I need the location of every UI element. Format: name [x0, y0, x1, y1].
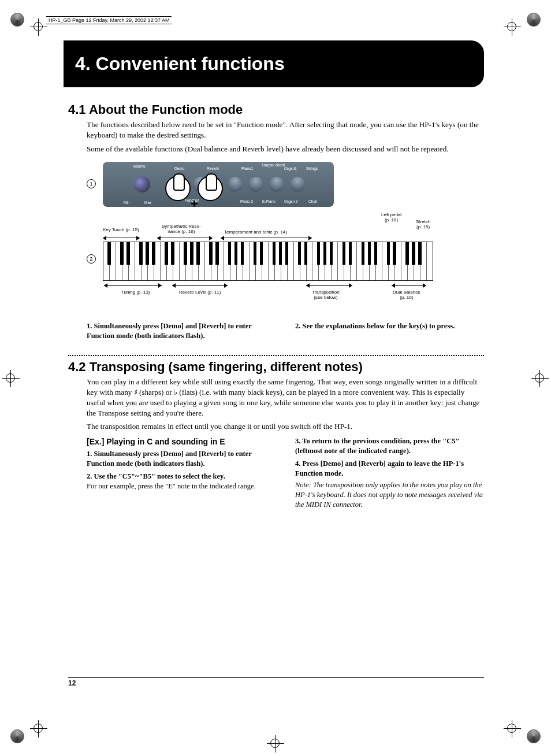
- kbd-label-reverb-level: Reverb Level (p. 11): [179, 290, 221, 295]
- chapter-title: 4. Convenient functions: [64, 40, 484, 87]
- kbd-label-tuning: Tuning (p. 13): [121, 290, 150, 295]
- range-arrow: [221, 236, 312, 240]
- ex-step-2a: 2. Use the "C5"~"B5" notes to select the…: [87, 472, 225, 480]
- body-paragraph: Some of the available functions (Dual ba…: [87, 144, 484, 154]
- color-bar-icon: [527, 13, 541, 27]
- label-organ2: Organ 2: [284, 199, 298, 203]
- note-text: Note: The transposition only applies to …: [295, 480, 484, 510]
- page-content: 4. Convenient functions 4.1 About the Fu…: [68, 40, 484, 509]
- label-epiano: E.Piano: [262, 199, 276, 203]
- dotted-divider: [68, 355, 484, 356]
- section-4-1-heading: 4.1 About the Function mode: [68, 102, 484, 117]
- step-1: 1. Simultaneously press [Demo] and [Reve…: [87, 322, 252, 340]
- ex-step-1: 1. Simultaneously press [Demo] and [Reve…: [87, 450, 252, 468]
- sound-button-icon: [269, 177, 284, 192]
- label-max: Max: [144, 201, 151, 205]
- range-arrow: [157, 236, 213, 240]
- step-2: 2. See the explanations below for the ke…: [295, 322, 455, 330]
- label-volume: Volume: [133, 164, 146, 168]
- label-reverb: Reverb: [207, 166, 219, 171]
- sound-button-icon: [290, 177, 305, 192]
- ex-step-4: 4. Press [Demo] and [Reverb] again to le…: [295, 459, 464, 477]
- volume-knob-icon: [134, 176, 150, 192]
- range-arrow: [392, 283, 426, 288]
- kbd-label-stretch: Stretch (p. 15): [416, 220, 430, 230]
- label-piano1: Piano1: [241, 166, 253, 171]
- label-strings: Strings: [306, 166, 318, 171]
- callout-1: 1: [87, 179, 96, 188]
- kbd-label-transposition: Transposition (see below): [312, 290, 340, 301]
- example-heading: [Ex.] Playing in C and sounding in E: [87, 436, 276, 447]
- section-4-2-heading: 4.2 Transposing (same fingering, differe…: [68, 360, 484, 375]
- range-arrow: [104, 283, 162, 288]
- range-arrow: [306, 283, 352, 288]
- registration-mark: [267, 735, 284, 753]
- keyboard-diagram: /* keys generated below */: [103, 242, 433, 281]
- range-arrow: [103, 236, 140, 240]
- page-number: 12: [68, 677, 484, 687]
- body-paragraph: The functions described below need to be…: [87, 120, 484, 140]
- kbd-label-leftpedal: Left pedal (p. 16): [381, 213, 401, 223]
- kbd-label-dual-balance: Dual Balance (p. 10): [393, 290, 420, 301]
- sound-button-icon: [228, 177, 243, 192]
- body-paragraph: The transposition remains in effect unti…: [87, 421, 484, 432]
- range-arrow: [172, 283, 228, 288]
- color-bar-icon: [10, 729, 24, 743]
- sound-button-icon: [248, 177, 263, 192]
- plus-icon: +: [191, 197, 198, 212]
- ex-step-3: 3. To return to the previous condition, …: [295, 437, 459, 455]
- label-piano2: Piano 2: [240, 199, 253, 203]
- registration-mark: [504, 18, 521, 36]
- registration-mark: [2, 370, 20, 387]
- registration-mark: [531, 370, 549, 387]
- callout-2: 2: [87, 254, 96, 264]
- registration-mark: [30, 720, 47, 738]
- label-demo: Demo: [174, 166, 184, 171]
- kbd-label-sympathetic: Sympathetic Reso- nance (p. 16): [162, 224, 201, 235]
- registration-mark: [504, 720, 521, 738]
- label-organ1: Organ1: [284, 166, 297, 171]
- kbd-label-keytouch: Key Touch (p. 15): [103, 228, 139, 233]
- label-harpsichord: Harpsi- chord: [262, 163, 285, 167]
- registration-mark: [30, 18, 47, 36]
- step-columns: 1. Simultaneously press [Demo] and [Reve…: [87, 321, 484, 341]
- example-columns: [Ex.] Playing in C and sounding in E 1. …: [87, 436, 484, 509]
- framemaker-header: HP-1_GB Page 12 Friday, March 29, 2002 1…: [46, 16, 172, 24]
- kbd-label-temperament: Temperament and tonic (p. 14): [224, 230, 287, 235]
- label-min: Min: [124, 201, 129, 205]
- color-bar-icon: [10, 13, 24, 27]
- function-mode-diagram: 1 2 Volume Min Max Demo Reverb Function …: [87, 162, 484, 313]
- ex-step-2b: For our example, press the "E" note in t…: [87, 481, 276, 491]
- body-paragraph: You can play in a different key while st…: [87, 377, 484, 418]
- label-choir: Choir: [308, 199, 318, 203]
- color-bar-icon: [527, 729, 541, 743]
